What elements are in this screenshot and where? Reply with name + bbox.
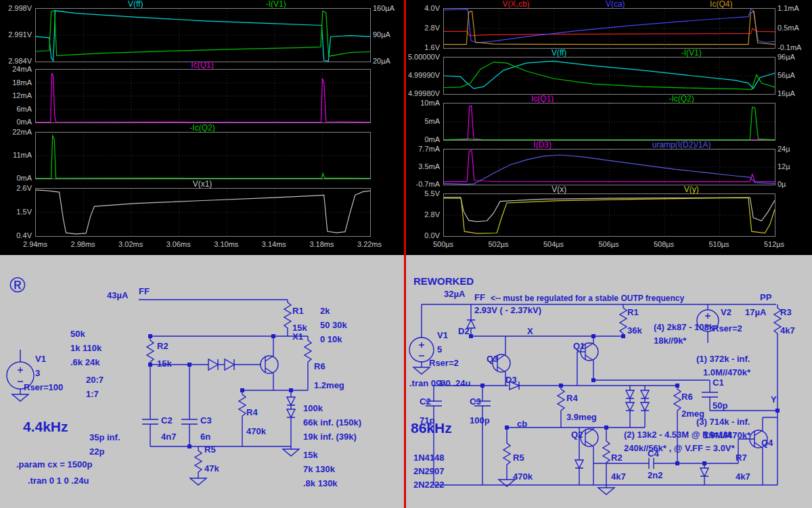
- schematic-label: 4n7: [161, 432, 176, 441]
- schematic-label: 19k inf. (39k): [303, 432, 357, 441]
- trace-label-vff[interactable]: V(ff): [128, 0, 143, 9]
- schematic-label: Q2: [571, 430, 583, 439]
- schematic-label: 2N2222: [413, 480, 445, 489]
- trace-label-icq1[interactable]: Ic(Q1): [191, 60, 213, 70]
- x-axis-tick: 500µs: [423, 240, 464, 248]
- waveform-panel[interactable]: [443, 103, 775, 141]
- schematic-label: .param cx = 1500p: [16, 460, 92, 469]
- schematic-label: 15k: [157, 359, 172, 368]
- y-axis-tick: 56µA: [777, 71, 795, 79]
- schematic-label: 36k: [627, 326, 642, 335]
- schematic-label: Q1: [573, 342, 585, 350]
- schematic-label: 32µA: [444, 290, 465, 298]
- schematic-label: D2: [458, 327, 470, 336]
- schematic-label: <-- must be regulated for a stable OUTP …: [491, 294, 684, 302]
- schematic-label: R3: [780, 308, 792, 317]
- trace-label-iv1[interactable]: -I(V1): [681, 48, 702, 57]
- schematic-label: R2: [157, 342, 168, 350]
- schematic-label: (4) 2k87 - 108k: [654, 323, 714, 331]
- schematic-label: 2k: [320, 306, 330, 315]
- y-axis-tick: 0.4V: [0, 231, 32, 239]
- schematic-label: R1: [627, 308, 639, 317]
- y-axis-tick: 6mA: [0, 105, 32, 113]
- schematic-label: 100k: [303, 404, 323, 413]
- schematic-label: 3.9meg: [566, 413, 597, 421]
- waveform-panel[interactable]: [443, 149, 775, 185]
- schematic-label: (1) 372k - inf.: [696, 354, 750, 363]
- waveform-panel[interactable]: [35, 132, 371, 179]
- waveform-panel[interactable]: [443, 8, 775, 49]
- schematic-label: 100p: [470, 416, 490, 425]
- waveform-panel[interactable]: [35, 69, 371, 123]
- schematic-label: 2n2: [648, 471, 662, 480]
- x-axis-tick: 506µs: [589, 240, 629, 248]
- trace-label-vx1[interactable]: V(x1): [193, 179, 212, 189]
- trace-label-vx[interactable]: V(x): [551, 185, 566, 194]
- schematic-label: R4: [246, 408, 258, 417]
- schematic-label: 0 10k: [320, 335, 342, 344]
- x-axis-tick: 504µs: [533, 240, 574, 248]
- x-axis-tick: 512µs: [754, 240, 794, 248]
- schematic-canvas-right[interactable]: REWORKED32µAFF<-- must be regulated for …: [407, 255, 812, 508]
- waveform-panel[interactable]: [443, 193, 775, 237]
- schematic-label: 22p: [89, 447, 104, 456]
- trace-label-vca[interactable]: V(ca): [606, 0, 625, 9]
- schematic-label: 470k: [513, 472, 533, 481]
- schematic-label: 35p inf.: [89, 433, 120, 442]
- schematic-label: R6: [314, 362, 325, 371]
- y-axis-tick: 11mA: [0, 151, 32, 159]
- schematic-label: X: [527, 327, 533, 336]
- schematic-label: 1.2meg: [314, 381, 344, 390]
- trace-label-icq2[interactable]: -Ic(Q2): [189, 123, 215, 133]
- y-axis-tick: 2.8V: [405, 24, 440, 32]
- schematic-label: Rser=100: [24, 383, 63, 392]
- trace-label-vy[interactable]: V(y): [684, 185, 699, 194]
- x-axis-tick: 3.06ms: [158, 240, 199, 248]
- y-axis-tick: 5mA: [405, 117, 440, 125]
- waveform-panel[interactable]: [35, 8, 371, 62]
- trace-label-icq1[interactable]: Ic(Q1): [531, 94, 554, 103]
- x-axis-tick: 502µs: [478, 240, 519, 248]
- y-axis-tick: 0.5mA: [777, 24, 799, 32]
- schematic-label: 15k: [303, 451, 318, 459]
- x-axis-tick: 3.02ms: [110, 240, 151, 248]
- schematic-label: 240k//56k* , @ V.FF = 3.0V*: [624, 444, 735, 453]
- schematic-canvas-left[interactable]: ®43µAFFR12k15k50 30k0 10kX150k1k 110k.6k…: [0, 255, 404, 508]
- y-axis-tick: -0.1mA: [777, 43, 801, 51]
- schematic-label: 6n: [200, 432, 210, 441]
- y-axis-tick: 4.99990V: [405, 71, 440, 79]
- y-axis-tick: 18mA: [0, 78, 32, 87]
- y-axis-tick: 4.0V: [405, 4, 440, 12]
- trace-label-vxcb[interactable]: V(X,cb): [503, 0, 530, 9]
- schematic-label: 4k7: [611, 472, 626, 481]
- schematic-label: 1N4148: [413, 453, 445, 462]
- y-axis-tick: 1.6V: [405, 43, 440, 51]
- trace-label-id3[interactable]: I(D3): [533, 140, 551, 149]
- waveform-pane-left[interactable]: V(ff)-I(V1)2.998V2.991V2.984V160µA90µA20…: [0, 0, 404, 255]
- schematic-label: 7k 130k: [303, 465, 335, 474]
- trace-label-vff[interactable]: V(ff): [551, 48, 566, 57]
- waveform-pane-right[interactable]: V(X,cb)V(ca)Ic(Q4)4.0V2.8V1.6V1.1mA0.5mA…: [407, 0, 812, 255]
- y-axis-tick: 5.5V: [405, 189, 440, 198]
- schematic-label: R5: [513, 453, 524, 462]
- trace-label-urampid21a[interactable]: uramp(I(D2)/1A): [652, 140, 711, 149]
- trace-label-icq4[interactable]: Ic(Q4): [710, 0, 732, 9]
- trace-label-iv1[interactable]: -I(V1): [266, 0, 286, 9]
- waveform-panel[interactable]: [35, 188, 371, 237]
- trace-label-icq2[interactable]: -Ic(Q2): [669, 94, 694, 103]
- schematic-label: V2: [721, 308, 731, 317]
- y-axis-tick: 1.1mA: [777, 4, 799, 12]
- schematic-label: 43µA: [107, 291, 128, 300]
- schematic-label: V1: [437, 331, 448, 340]
- y-axis-tick: 160µA: [373, 4, 394, 12]
- waveform-viewer: V(ff)-I(V1)2.998V2.991V2.984V160µA90µA20…: [0, 0, 812, 255]
- schematic-label: Q4: [761, 438, 773, 447]
- x-axis-tick: 3.10ms: [206, 240, 246, 248]
- y-axis-tick: 2.998V: [0, 4, 32, 12]
- y-axis-tick: 10mA: [405, 99, 440, 107]
- schematic-label: FF: [474, 293, 485, 302]
- x-axis-tick: 510µs: [699, 240, 740, 248]
- waveform-panel[interactable]: [443, 57, 775, 95]
- schematic-label: REWORKED: [413, 276, 474, 286]
- schematic-label: C3: [200, 416, 212, 425]
